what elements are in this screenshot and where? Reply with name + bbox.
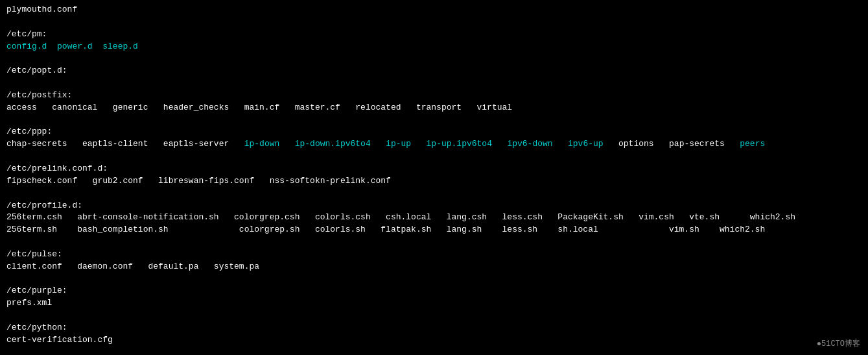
terminal-text bbox=[93, 42, 103, 51]
terminal-line: plymouthd.conf bbox=[6, 4, 862, 16]
terminal-text: 256term.csh abrt-console-notification.sh… bbox=[6, 212, 795, 222]
terminal-text: ipv6-up bbox=[568, 139, 604, 149]
terminal-text: ip-up.ipv6to4 bbox=[427, 139, 492, 149]
terminal-line bbox=[6, 188, 862, 200]
terminal-text: /etc/pulse: bbox=[6, 249, 62, 259]
terminal-line: /etc/profile.d: bbox=[6, 200, 862, 212]
terminal-text bbox=[553, 139, 568, 149]
terminal-text: sleep.d bbox=[102, 42, 138, 51]
terminal-line: 256term.csh abrt-console-notification.sh… bbox=[6, 212, 862, 224]
terminal-line: fipscheck.conf grub2.conf libreswan-fips… bbox=[6, 175, 862, 188]
terminal-line: 256term.sh bash_completion.sh colorgrep.… bbox=[6, 224, 862, 236]
terminal-text: 256term.sh bash_completion.sh colorgrep.… bbox=[6, 225, 765, 234]
terminal-line bbox=[6, 77, 862, 90]
terminal-text: plymouthd.conf bbox=[6, 5, 77, 14]
terminal-text bbox=[411, 139, 426, 149]
terminal-line: config.d power.d sleep.d bbox=[6, 41, 862, 53]
terminal-text: cert-verification.cfg bbox=[6, 335, 113, 345]
terminal-text: /etc/pm: bbox=[6, 29, 47, 39]
terminal-text: ip-down.ipv6to4 bbox=[295, 139, 371, 149]
terminal-text: client.conf daemon.conf default.pa syste… bbox=[6, 262, 259, 271]
terminal-text: chap-secrets eaptls-client eaptls-server bbox=[6, 139, 244, 149]
terminal-line: chap-secrets eaptls-client eaptls-server… bbox=[6, 138, 862, 151]
terminal-text: options pap-secrets bbox=[604, 139, 740, 149]
terminal-line: /etc/popt.d: bbox=[6, 65, 862, 77]
terminal-line: /etc/python: bbox=[6, 322, 862, 334]
terminal-text: prefs.xml bbox=[6, 298, 52, 308]
terminal-line: /etc/prelink.conf.d: bbox=[6, 163, 862, 175]
terminal-text: /etc/postfix: bbox=[6, 90, 72, 100]
terminal-line: /etc/pm: bbox=[6, 29, 862, 41]
terminal-text: /etc/ppp: bbox=[6, 127, 52, 136]
terminal-text: ip-up bbox=[386, 139, 411, 149]
terminal-line bbox=[6, 236, 862, 249]
terminal-text: ipv6-down bbox=[507, 139, 552, 149]
terminal-line bbox=[6, 16, 862, 29]
terminal-line bbox=[6, 151, 862, 163]
terminal-line: /etc/purple: bbox=[6, 285, 862, 297]
terminal-line bbox=[6, 273, 862, 286]
watermark: ●51CTO博客 bbox=[817, 339, 860, 350]
terminal-text: /etc/popt.d: bbox=[6, 66, 67, 75]
terminal-line: /etc/pulse: bbox=[6, 249, 862, 261]
terminal-line bbox=[6, 310, 862, 322]
terminal-line: prefs.xml bbox=[6, 297, 862, 310]
terminal-text: /etc/purple: bbox=[6, 286, 67, 295]
terminal-line bbox=[6, 53, 862, 65]
terminal-text: power.d bbox=[57, 42, 93, 51]
terminal-text: config.d bbox=[6, 42, 47, 51]
terminal-text: fipscheck.conf grub2.conf libreswan-fips… bbox=[6, 176, 391, 186]
terminal-text: peers bbox=[740, 139, 765, 149]
terminal-text: access canonical generic header_checks m… bbox=[6, 103, 512, 112]
terminal-line: access canonical generic header_checks m… bbox=[6, 102, 862, 114]
terminal-text bbox=[492, 139, 507, 149]
terminal-line bbox=[6, 347, 862, 355]
terminal-text: /etc/python: bbox=[6, 323, 67, 332]
terminal-text: ip-down bbox=[244, 139, 280, 149]
terminal-text bbox=[279, 139, 294, 149]
terminal-text bbox=[47, 42, 57, 51]
terminal-line: client.conf daemon.conf default.pa syste… bbox=[6, 261, 862, 273]
terminal-text: /etc/prelink.conf.d: bbox=[6, 164, 108, 173]
terminal-line: cert-verification.cfg bbox=[6, 334, 862, 347]
terminal-output: plymouthd.conf /etc/pm:config.d power.d … bbox=[6, 4, 862, 355]
terminal-text bbox=[371, 139, 386, 149]
terminal-line: /etc/postfix: bbox=[6, 90, 862, 102]
terminal-line bbox=[6, 114, 862, 127]
terminal-line: /etc/ppp: bbox=[6, 126, 862, 138]
terminal-text: /etc/profile.d: bbox=[6, 201, 82, 210]
